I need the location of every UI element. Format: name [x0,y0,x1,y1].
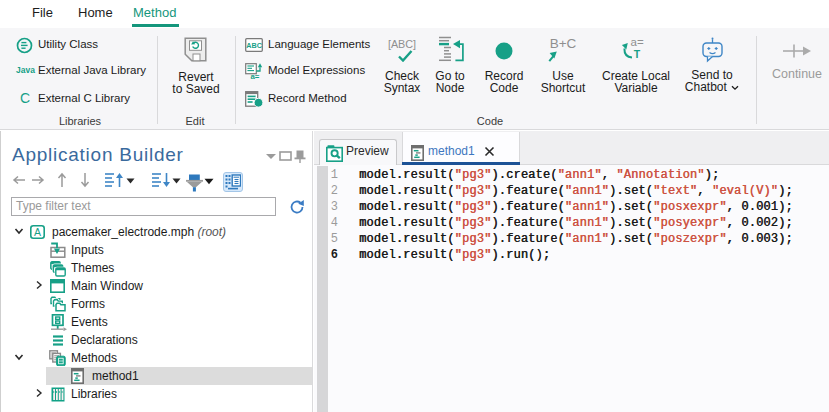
svg-text:a=: a= [631,36,644,48]
svg-text:ABC: ABC [246,41,262,50]
svg-text:A: A [34,226,41,238]
svg-text:a=: a= [251,72,260,80]
svg-text:T: T [634,48,641,60]
